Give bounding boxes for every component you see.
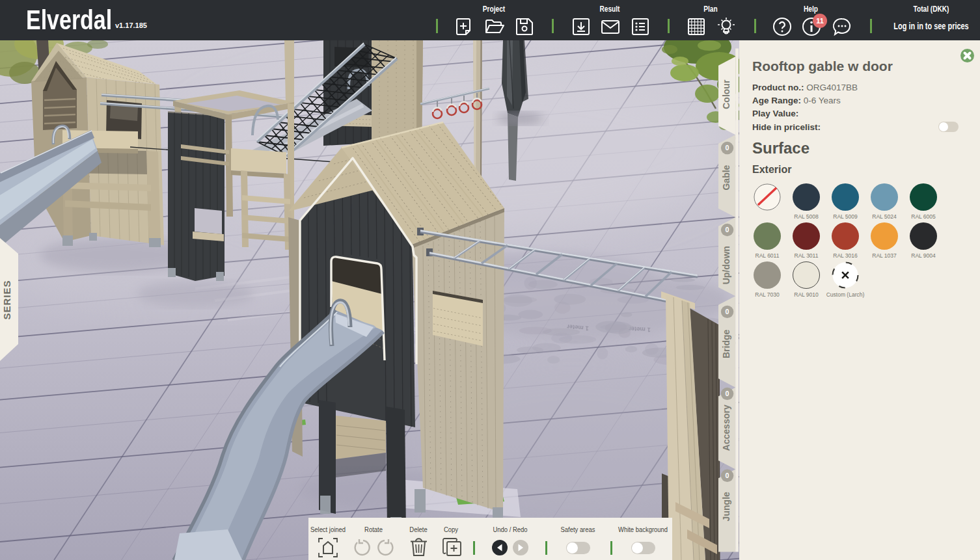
- svg-text:Bridge: Bridge: [721, 329, 731, 358]
- svg-text:0: 0: [726, 226, 729, 233]
- svg-text:Colour: Colour: [721, 79, 731, 109]
- svg-text:Gable: Gable: [721, 165, 731, 190]
- svg-text:Up/down: Up/down: [721, 246, 731, 284]
- svg-text:SERIES: SERIES: [1, 280, 12, 319]
- svg-text:0: 0: [726, 472, 729, 479]
- svg-text:Jungle: Jungle: [721, 492, 731, 521]
- svg-text:Accessory: Accessory: [721, 405, 731, 451]
- svg-text:0: 0: [726, 144, 729, 152]
- svg-text:0: 0: [726, 308, 729, 315]
- svg-text:0: 0: [726, 390, 729, 397]
